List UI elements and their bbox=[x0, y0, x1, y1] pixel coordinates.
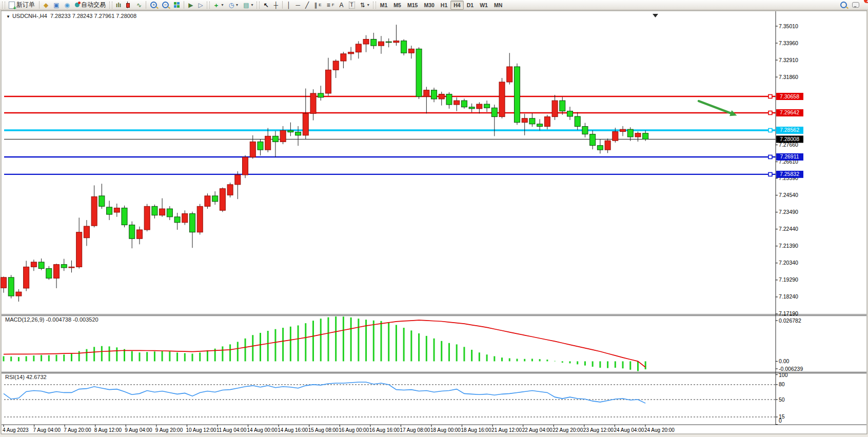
svg-text:23 Aug 12:00: 23 Aug 12:00 bbox=[583, 427, 614, 433]
arrows-tool-button[interactable]: ⇅▾ bbox=[358, 0, 372, 10]
toolbar-grip[interactable] bbox=[373, 2, 376, 9]
svg-text:7.18240: 7.18240 bbox=[779, 293, 798, 300]
chart-shift-marker bbox=[653, 14, 658, 17]
svg-text:16 Aug 00:00: 16 Aug 00:00 bbox=[339, 427, 369, 433]
mt4-window: 7.350107.339607.329107.318607.276607.266… bbox=[0, 0, 868, 437]
market-watch-button[interactable]: ◆ bbox=[41, 0, 51, 10]
macd-panel[interactable]: 0.0267820.00-0.006239 bbox=[4, 316, 803, 372]
auto-scroll-button[interactable]: ▶ bbox=[186, 0, 195, 10]
timeframe-mn[interactable]: MN bbox=[491, 1, 505, 10]
svg-text:7.26911: 7.26911 bbox=[780, 153, 799, 160]
text-tool-button[interactable]: A bbox=[337, 0, 346, 10]
chevron-down-icon: ▾ bbox=[251, 3, 253, 7]
timeframe-w1[interactable]: W1 bbox=[477, 1, 491, 10]
candlesticks bbox=[1, 25, 648, 302]
search-button[interactable] bbox=[838, 0, 850, 10]
trend-arrow-annotation[interactable] bbox=[699, 101, 737, 116]
svg-text:14 Aug 00:00: 14 Aug 00:00 bbox=[247, 427, 278, 433]
timeframe-m15[interactable]: M15 bbox=[404, 1, 421, 10]
zoom-out-button[interactable]: − bbox=[160, 0, 171, 10]
new-order-icon bbox=[9, 2, 15, 9]
market-watch-icon: ◆ bbox=[44, 2, 48, 8]
cursor-button[interactable]: ↖ bbox=[261, 0, 271, 10]
svg-text:7.24540: 7.24540 bbox=[779, 192, 798, 198]
timeframe-h4[interactable]: H4 bbox=[450, 1, 463, 10]
terminal-button[interactable]: ▣ bbox=[51, 0, 62, 10]
toolbar-grip[interactable] bbox=[2, 2, 5, 9]
svg-text:22 Aug 20:00: 22 Aug 20:00 bbox=[553, 427, 583, 433]
crosshair-button[interactable]: ┼ bbox=[271, 0, 281, 10]
chevron-down-icon: ▾ bbox=[222, 3, 224, 7]
timeframe-m30[interactable]: M30 bbox=[421, 1, 437, 10]
svg-text:7.35010: 7.35010 bbox=[779, 23, 798, 29]
svg-text:7.32910: 7.32910 bbox=[779, 57, 798, 63]
cursor-icon: ↖ bbox=[263, 2, 268, 8]
timeframe-m1[interactable]: M1 bbox=[377, 1, 391, 10]
channel-letter: E bbox=[319, 3, 321, 7]
channel-icon: ∥ bbox=[314, 2, 317, 8]
toolbar-grip[interactable] bbox=[207, 2, 210, 9]
fibonacci-icon: ≡ bbox=[327, 2, 330, 8]
svg-text:7.33960: 7.33960 bbox=[779, 40, 798, 46]
zoom-in-button[interactable]: + bbox=[148, 0, 160, 10]
svg-text:18 Aug 00:00: 18 Aug 00:00 bbox=[430, 427, 461, 433]
add-indicator-button[interactable]: ＋▾ bbox=[211, 0, 226, 10]
chart-title: ▼USDCNH-,H4 7.28233 7.28243 7.27961 7.28… bbox=[6, 13, 136, 19]
new-order-button[interactable]: 新订单 bbox=[6, 0, 37, 10]
new-order-label: 新订单 bbox=[16, 1, 35, 9]
bar-chart-icon: ılı bbox=[116, 2, 121, 8]
svg-text:100: 100 bbox=[779, 372, 788, 378]
timeframe-m5[interactable]: M5 bbox=[390, 1, 404, 10]
timeframe-d1[interactable]: D1 bbox=[464, 1, 477, 10]
time-axis: 4 Aug 20237 Aug 04:007 Aug 20:008 Aug 12… bbox=[3, 425, 675, 433]
template-icon: ▤ bbox=[243, 2, 249, 8]
signals-button[interactable]: ◉ bbox=[62, 0, 72, 10]
line-chart-button[interactable]: ∿ bbox=[134, 0, 144, 10]
text-label-button[interactable]: T bbox=[346, 0, 358, 10]
rsi-panel[interactable]: 1008050150 bbox=[4, 372, 788, 425]
toolbar-grip[interactable] bbox=[257, 2, 260, 9]
search-icon bbox=[840, 2, 847, 8]
templates-button[interactable]: ▤▾ bbox=[241, 0, 255, 10]
svg-text:80: 80 bbox=[779, 381, 785, 387]
horizontal-line-button[interactable]: ─ bbox=[293, 0, 303, 10]
svg-text:7.20340: 7.20340 bbox=[779, 260, 798, 266]
chart-shift-button[interactable]: ▷ bbox=[195, 0, 205, 10]
periods-button[interactable]: ◷▾ bbox=[226, 0, 241, 10]
vertical-line-button[interactable]: │ bbox=[284, 0, 293, 10]
bar-chart-button[interactable]: ılı bbox=[113, 0, 124, 10]
svg-text:7.25590: 7.25590 bbox=[779, 175, 798, 181]
svg-text:7.27660: 7.27660 bbox=[779, 142, 798, 148]
svg-text:21 Aug 12:00: 21 Aug 12:00 bbox=[491, 427, 522, 433]
channel-button[interactable]: ∥E bbox=[311, 0, 324, 10]
notifications-button[interactable]: 1 bbox=[850, 0, 862, 10]
tile-windows-button[interactable] bbox=[171, 0, 182, 10]
timeframe-h1[interactable]: H1 bbox=[438, 1, 450, 10]
svg-text:9 Aug 04:00: 9 Aug 04:00 bbox=[125, 427, 152, 433]
svg-text:24 Aug 04:00: 24 Aug 04:00 bbox=[614, 427, 644, 433]
tile-windows-icon bbox=[174, 2, 180, 8]
svg-text:7 Aug 04:00: 7 Aug 04:00 bbox=[33, 427, 61, 433]
svg-text:7.26610: 7.26610 bbox=[779, 158, 798, 165]
price-levels[interactable] bbox=[4, 95, 776, 176]
zoom-out-icon: − bbox=[162, 2, 169, 8]
symbol-dropdown-icon[interactable]: ▼ bbox=[6, 14, 10, 19]
svg-text:0.026782: 0.026782 bbox=[779, 317, 801, 324]
svg-text:7.21390: 7.21390 bbox=[779, 243, 798, 249]
toolbar: 新订单 ◆ ▣ ◉ 自动交易 ılı ∿ + − ▶ ▷ ＋▾ ◷▾ ▤▾ ↖ … bbox=[0, 0, 868, 10]
price-chart-canvas[interactable]: 7.350107.339607.329107.318607.276607.266… bbox=[0, 0, 868, 437]
text-label-icon: T bbox=[349, 2, 355, 9]
fibonacci-button[interactable]: ≡F bbox=[324, 0, 337, 10]
svg-text:0.00: 0.00 bbox=[779, 358, 790, 364]
crosshair-icon: ┼ bbox=[274, 2, 279, 8]
auto-trading-button[interactable]: 自动交易 bbox=[72, 0, 108, 10]
arrows-tool-icon: ⇅ bbox=[360, 2, 365, 8]
svg-text:4 Aug 2023: 4 Aug 2023 bbox=[3, 427, 29, 433]
toolbar-grip[interactable] bbox=[109, 2, 112, 9]
chevron-down-icon: ▾ bbox=[367, 3, 369, 7]
candlestick-chart-button[interactable] bbox=[124, 0, 134, 10]
add-indicator-icon: ＋ bbox=[213, 2, 220, 8]
svg-text:10 Aug 12:00: 10 Aug 12:00 bbox=[186, 427, 216, 433]
svg-text:0: 0 bbox=[779, 418, 782, 424]
trendline-button[interactable]: ╱ bbox=[303, 0, 311, 10]
